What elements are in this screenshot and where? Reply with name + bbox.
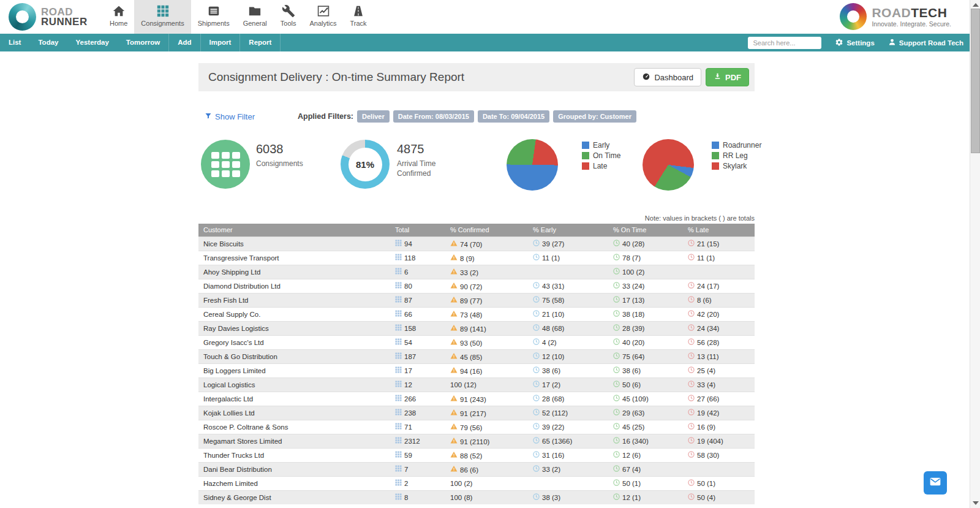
roadrunner-logo[interactable]: ROAD RUNNER xyxy=(9,3,88,31)
grid-icon xyxy=(395,366,402,374)
ontime-cell: 12 (6) xyxy=(608,448,683,462)
clock-icon xyxy=(613,240,620,248)
clock-icon xyxy=(688,409,695,417)
chart-icon xyxy=(317,4,330,18)
arrival-donut-percent: 81% xyxy=(349,148,382,181)
nav-label: Analytics xyxy=(309,20,336,27)
show-filter-label: Show Filter xyxy=(215,112,255,121)
early-cell: 17 (2) xyxy=(528,377,608,392)
vertical-scrollbar[interactable] xyxy=(970,0,980,508)
subnav-item-today[interactable]: Today xyxy=(29,34,67,51)
early-cell: 12 (10) xyxy=(528,349,608,363)
confirmed-cell: 89 (77) xyxy=(445,293,528,307)
warning-icon xyxy=(450,296,458,305)
subnav-item-tomorrow[interactable]: Tomorrow xyxy=(118,34,168,51)
person-icon xyxy=(888,38,899,47)
warning-icon xyxy=(450,324,458,333)
customer-cell: Hazchem Limited xyxy=(198,476,390,490)
total-cell: 187 xyxy=(390,349,445,363)
nav-item-home[interactable]: Home xyxy=(103,0,134,34)
late-cell: 42 (20) xyxy=(683,307,755,321)
subnav-item-list[interactable]: List xyxy=(0,34,29,51)
confirmed-cell: 100 (8) xyxy=(445,490,528,504)
subnav-item-import[interactable]: Import xyxy=(200,34,240,51)
total-cell: 54 xyxy=(390,335,445,349)
search-input[interactable] xyxy=(748,37,821,49)
early-cell: 48 (68) xyxy=(528,321,608,335)
clock-icon xyxy=(613,451,620,459)
total-cell: 6 xyxy=(390,265,445,279)
total-cell: 80 xyxy=(390,279,445,293)
show-filter-link[interactable]: Show Filter xyxy=(205,112,255,121)
nav-item-track[interactable]: Track xyxy=(344,0,374,34)
pdf-label: PDF xyxy=(725,73,741,82)
scroll-up-arrow[interactable] xyxy=(973,3,979,7)
clock-icon xyxy=(688,493,695,501)
table-row: Intergalactic Ltd 266 91 (243) 28 (68) 4… xyxy=(198,392,755,406)
subnav-item-yesterday[interactable]: Yesterday xyxy=(67,34,117,51)
settings-button[interactable]: Settings xyxy=(835,38,874,48)
grid-icon xyxy=(395,451,402,459)
support-button[interactable]: Support Road Tech xyxy=(888,38,963,47)
brand-road: ROAD xyxy=(872,6,911,20)
ontime-cell: 33 (24) xyxy=(608,279,683,293)
clock-icon xyxy=(613,395,620,403)
legend-label: RR Leg xyxy=(723,151,748,160)
early-cell: 65 (1366) xyxy=(528,434,608,448)
early-cell: 11 (1) xyxy=(528,251,608,265)
late-cell: 50 (4) xyxy=(683,490,755,504)
warning-icon xyxy=(450,254,458,262)
grid-icon xyxy=(395,423,402,431)
grid-icon xyxy=(395,493,402,501)
grid-icon xyxy=(395,381,402,389)
brand-tech: TECH xyxy=(911,6,947,20)
applied-filters-label: Applied Filters: xyxy=(298,112,353,121)
total-cell: 66 xyxy=(390,307,445,321)
ontime-cell: 40 (20) xyxy=(608,335,683,349)
filter-badge-deliver: Deliver xyxy=(357,110,390,123)
table-row: Touch & Go Distribution 187 45 (85) 12 (… xyxy=(198,349,755,363)
roadtech-brand: ROADTECH Innovate. Integrate. Secure. xyxy=(840,3,951,30)
grid-icon xyxy=(395,395,402,403)
early-cell xyxy=(528,476,608,490)
dashboard-button[interactable]: Dashboard xyxy=(634,68,701,86)
subnav-item-report[interactable]: Report xyxy=(239,34,281,51)
warning-icon xyxy=(450,268,458,276)
nav-label: Track xyxy=(350,20,367,27)
table-row: Roscoe P. Coltrane & Sons 71 79 (56) 39 … xyxy=(198,420,755,434)
scrollbar-thumb[interactable] xyxy=(971,9,980,153)
nav-item-consignments[interactable]: Consignments xyxy=(134,0,190,34)
early-cell: 33 (2) xyxy=(528,462,608,476)
sub-nav: List Today Yesterday Tomorrow Add Import… xyxy=(0,34,970,51)
clock-icon xyxy=(613,423,620,431)
late-cell: 16 (9) xyxy=(683,420,755,434)
pdf-button[interactable]: PDF xyxy=(706,68,749,86)
roadrunner-logo-text: ROAD RUNNER xyxy=(41,7,88,27)
download-icon xyxy=(714,72,725,82)
confirmed-cell: 79 (56) xyxy=(445,420,528,434)
legend-swatch xyxy=(582,142,589,149)
clock-icon xyxy=(613,254,620,262)
customer-cell: Dani Bear Distribution xyxy=(198,462,390,476)
clock-icon xyxy=(613,310,620,318)
late-cell: 19 (42) xyxy=(683,406,755,420)
table-row: Ahoy Shipping Ltd 6 33 (2) 100 (2) xyxy=(198,265,755,279)
chat-button[interactable] xyxy=(924,471,947,495)
clock-icon xyxy=(688,395,695,403)
warning-icon xyxy=(450,437,458,445)
warning-icon xyxy=(450,338,458,347)
nav-item-general[interactable]: General xyxy=(236,0,274,34)
subnav-item-add[interactable]: Add xyxy=(168,34,200,51)
late-cell: 56 (28) xyxy=(683,335,755,349)
nav-item-shipments[interactable]: Shipments xyxy=(191,0,236,34)
report-table: Customer Total % Confirmed % Early % On … xyxy=(198,224,755,504)
ontime-cell: 100 (2) xyxy=(608,265,683,279)
customer-cell: Sidney & George Dist xyxy=(198,490,390,504)
nav-item-analytics[interactable]: Analytics xyxy=(303,0,343,34)
scroll-down-arrow[interactable] xyxy=(973,501,979,505)
legend-label: Skylark xyxy=(723,162,747,170)
late-cell xyxy=(683,265,755,279)
nav-item-tools[interactable]: Tools xyxy=(274,0,303,34)
legend-item: Skylark xyxy=(712,162,761,170)
grid-icon xyxy=(395,254,402,262)
